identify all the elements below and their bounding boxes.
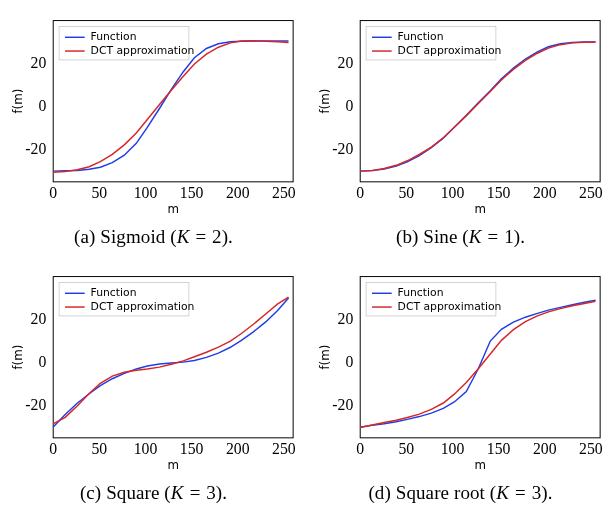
svg-text:-20: -20 <box>332 396 353 413</box>
svg-text:250: 250 <box>579 440 603 457</box>
svg-text:DCT approximation: DCT approximation <box>91 44 195 57</box>
svg-text:20: 20 <box>338 54 354 71</box>
svg-text:-20: -20 <box>25 140 46 157</box>
panel-a: 050100150200250-20020mf(m)FunctionDCT ap… <box>0 0 307 256</box>
svg-text:200: 200 <box>533 184 557 201</box>
svg-text:50: 50 <box>91 184 107 201</box>
k-val: 1 <box>504 226 514 247</box>
k-val: 2 <box>212 226 222 247</box>
k-val: 3 <box>532 482 542 503</box>
svg-text:-20: -20 <box>332 140 353 157</box>
caption-close: ). <box>541 482 552 503</box>
svg-text:f(m): f(m) <box>318 89 332 114</box>
svg-text:150: 150 <box>180 440 204 457</box>
svg-text:0: 0 <box>345 97 353 114</box>
svg-text:100: 100 <box>134 440 158 457</box>
caption-text: (a) Sigmoid ( <box>74 226 177 247</box>
svg-text:0: 0 <box>49 440 57 457</box>
panel-d: 050100150200250-20020mf(m)FunctionDCT ap… <box>307 256 614 512</box>
caption-close: ). <box>216 482 227 503</box>
svg-text:Function: Function <box>398 286 444 299</box>
k-val: 3 <box>206 482 216 503</box>
svg-text:f(m): f(m) <box>318 345 332 370</box>
svg-text:150: 150 <box>180 184 204 201</box>
svg-text:m: m <box>167 458 179 472</box>
svg-text:m: m <box>167 202 179 216</box>
svg-text:20: 20 <box>338 310 354 327</box>
svg-text:100: 100 <box>134 184 158 201</box>
panel-b: 050100150200250-20020mf(m)FunctionDCT ap… <box>307 0 614 256</box>
svg-text:50: 50 <box>91 440 107 457</box>
svg-text:0: 0 <box>356 440 364 457</box>
svg-text:250: 250 <box>579 184 603 201</box>
svg-text:f(m): f(m) <box>11 345 25 370</box>
k-eq: K = <box>469 226 504 247</box>
svg-text:DCT approximation: DCT approximation <box>91 300 195 313</box>
svg-text:100: 100 <box>441 184 465 201</box>
panel-c: 050100150200250-20020mf(m)FunctionDCT ap… <box>0 256 307 512</box>
caption-text: (b) Sine ( <box>396 226 469 247</box>
caption-text: (d) Square root ( <box>368 482 496 503</box>
chart-square: 050100150200250-20020mf(m)FunctionDCT ap… <box>6 260 301 478</box>
svg-text:DCT approximation: DCT approximation <box>398 44 502 57</box>
svg-text:200: 200 <box>533 440 557 457</box>
svg-text:250: 250 <box>272 440 296 457</box>
svg-text:f(m): f(m) <box>11 89 25 114</box>
caption-c: (c) Square (K = 3). <box>6 478 301 504</box>
svg-text:0: 0 <box>345 353 353 370</box>
figure-grid: 050100150200250-20020mf(m)FunctionDCT ap… <box>0 0 614 512</box>
svg-text:0: 0 <box>38 97 46 114</box>
caption-text: (c) Square ( <box>80 482 171 503</box>
caption-b: (b) Sine (K = 1). <box>313 222 608 248</box>
chart-sine: 050100150200250-20020mf(m)FunctionDCT ap… <box>313 4 608 222</box>
svg-text:Function: Function <box>91 30 137 43</box>
svg-text:150: 150 <box>487 184 511 201</box>
k-eq: K = <box>496 482 531 503</box>
caption-close: ). <box>222 226 233 247</box>
svg-text:0: 0 <box>356 184 364 201</box>
k-eq: K = <box>171 482 206 503</box>
svg-text:200: 200 <box>226 440 250 457</box>
svg-text:-20: -20 <box>25 396 46 413</box>
svg-text:0: 0 <box>38 353 46 370</box>
chart-sqrt: 050100150200250-20020mf(m)FunctionDCT ap… <box>313 260 608 478</box>
svg-text:0: 0 <box>49 184 57 201</box>
svg-text:Function: Function <box>91 286 137 299</box>
svg-text:50: 50 <box>398 184 414 201</box>
svg-text:DCT approximation: DCT approximation <box>398 300 502 313</box>
svg-text:Function: Function <box>398 30 444 43</box>
k-eq: K = <box>177 226 212 247</box>
chart-sigmoid: 050100150200250-20020mf(m)FunctionDCT ap… <box>6 4 301 222</box>
svg-text:20: 20 <box>31 54 47 71</box>
svg-text:200: 200 <box>226 184 250 201</box>
svg-text:20: 20 <box>31 310 47 327</box>
svg-text:m: m <box>474 458 486 472</box>
svg-text:100: 100 <box>441 440 465 457</box>
caption-d: (d) Square root (K = 3). <box>313 478 608 504</box>
svg-text:250: 250 <box>272 184 296 201</box>
svg-text:m: m <box>474 202 486 216</box>
svg-text:150: 150 <box>487 440 511 457</box>
svg-text:50: 50 <box>398 440 414 457</box>
caption-a: (a) Sigmoid (K = 2). <box>6 222 301 248</box>
caption-close: ). <box>514 226 525 247</box>
